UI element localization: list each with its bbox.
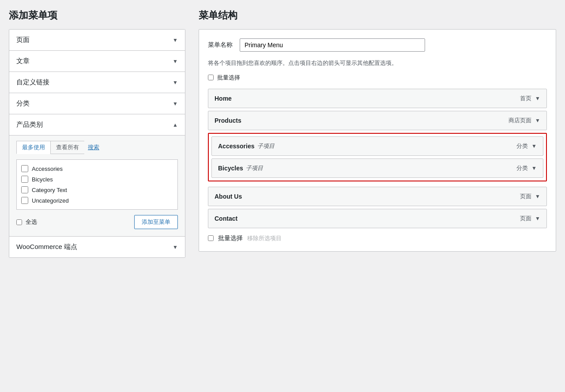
accordion-header-articles[interactable]: 文章 ▼ xyxy=(9,51,185,72)
chevron-down-icon-bicycles[interactable]: ▼ xyxy=(531,165,537,171)
bulk-select-label-top: 批量选择 xyxy=(217,74,240,82)
menu-item-home[interactable]: Home 首页 ▼ xyxy=(208,89,547,108)
tab-view-all[interactable]: 查看所有 xyxy=(50,141,84,154)
menu-items-list: Home 首页 ▼ Products 商店页面 ▼ xyxy=(208,89,547,228)
chevron-down-icon-articles: ▼ xyxy=(173,58,178,64)
right-panel: 菜单结构 菜单名称 将各个项目拖到您喜欢的顺序。点击项目右边的箭头可显示其他配置… xyxy=(199,9,556,258)
accordion-header-woocommerce[interactable]: WooCommerce 端点 ▼ xyxy=(9,237,185,257)
menu-item-bicycles-right: 分类 ▼ xyxy=(516,164,537,172)
checkbox-category-text[interactable] xyxy=(21,186,28,193)
menu-item-contact-left: Contact xyxy=(215,215,237,222)
tab-most-used[interactable]: 最多使用 xyxy=(16,141,50,154)
accordion-item-categories: 分类 ▼ xyxy=(9,93,185,114)
menu-item-home-meta: 首页 xyxy=(520,94,531,102)
accordion-label-product-categories: 产品类别 xyxy=(16,121,43,129)
select-all-text: 全选 xyxy=(26,218,37,226)
menu-item-products-left: Products xyxy=(215,117,241,124)
checkbox-item-bicycles[interactable]: Bicycles xyxy=(20,174,174,185)
accordion-header-custom-links[interactable]: 自定义链接 ▼ xyxy=(9,72,185,93)
menu-name-input[interactable] xyxy=(240,38,425,52)
accordion-content-product-categories: 最多使用 查看所有 搜索 Accessories Bicycles xyxy=(9,135,185,236)
menu-item-accessories-tag: 子项目 xyxy=(257,142,275,150)
accordion-label-articles: 文章 xyxy=(16,57,30,65)
menu-item-bicycles-name: Bicycles xyxy=(218,165,243,172)
checkbox-item-uncategorized[interactable]: Uncategorized xyxy=(20,195,174,206)
menu-item-bicycles-tag: 子项目 xyxy=(246,164,263,172)
chevron-down-icon-accessories[interactable]: ▼ xyxy=(531,143,537,149)
menu-item-accessories[interactable]: Accessories 子项目 分类 ▼ xyxy=(211,136,543,156)
accordion-item-articles: 文章 ▼ xyxy=(9,51,185,72)
menu-item-accessories-name: Accessories xyxy=(218,143,255,150)
instructions-text: 将各个项目拖到您喜欢的顺序。点击项目右边的箭头可显示其他配置选项。 xyxy=(208,59,547,68)
menu-item-contact-name: Contact xyxy=(215,215,237,222)
menu-item-products-meta: 商店页面 xyxy=(508,117,531,124)
accordion-label-pages: 页面 xyxy=(16,36,30,44)
select-all-checkbox[interactable] xyxy=(16,219,22,225)
chevron-down-icon-woocommerce: ▼ xyxy=(173,244,178,250)
checkbox-bicycles[interactable] xyxy=(21,176,28,183)
menu-name-row: 菜单名称 xyxy=(208,38,547,52)
checkbox-accessories[interactable] xyxy=(21,165,28,172)
menu-item-about-us[interactable]: About Us 页面 ▼ xyxy=(208,187,547,206)
menu-name-label: 菜单名称 xyxy=(208,41,233,49)
checkbox-label-accessories: Accessories xyxy=(32,166,63,172)
bulk-select-checkbox-top[interactable] xyxy=(208,75,214,80)
checkbox-label-uncategorized: Uncategorized xyxy=(32,197,69,204)
bulk-select-label-bottom: 批量选择 xyxy=(218,234,243,242)
menu-item-bicycles[interactable]: Bicycles 子项目 分类 ▼ xyxy=(211,158,543,178)
menu-structure-box: 菜单名称 将各个项目拖到您喜欢的顺序。点击项目右边的箭头可显示其他配置选项。 批… xyxy=(199,29,556,252)
chevron-down-icon-home[interactable]: ▼ xyxy=(535,95,540,102)
accordion-header-product-categories[interactable]: 产品类别 ▲ xyxy=(9,114,185,135)
right-panel-title: 菜单结构 xyxy=(199,9,556,22)
menu-item-home-name: Home xyxy=(215,95,232,102)
main-container: 添加菜单项 页面 ▼ 文章 ▼ 自定义链接 ▼ xyxy=(9,9,556,258)
accordion-item-product-categories: 产品类别 ▲ 最多使用 查看所有 搜索 Accessories xyxy=(9,114,185,237)
chevron-up-icon-product-categories: ▲ xyxy=(173,122,178,128)
menu-item-about-us-name: About Us xyxy=(215,193,242,200)
checkbox-item-category-text[interactable]: Category Text xyxy=(20,185,174,195)
left-panel-title: 添加菜单项 xyxy=(9,9,185,22)
menu-item-home-left: Home xyxy=(215,95,232,102)
menu-item-contact[interactable]: Contact 页面 ▼ xyxy=(208,209,547,228)
accordion-item-pages: 页面 ▼ xyxy=(9,30,185,51)
bottom-bulk-row: 批量选择 移除所选项目 xyxy=(208,234,547,242)
menu-item-accessories-right: 分类 ▼ xyxy=(516,142,537,150)
menu-item-products-right: 商店页面 ▼ xyxy=(508,117,540,124)
tab-bar: 最多使用 查看所有 搜索 xyxy=(16,136,178,154)
select-all-label[interactable]: 全选 xyxy=(16,218,37,226)
tab-search[interactable]: 搜索 xyxy=(84,141,103,154)
left-panel: 添加菜单项 页面 ▼ 文章 ▼ 自定义链接 ▼ xyxy=(9,9,185,258)
chevron-down-icon-about-us[interactable]: ▼ xyxy=(535,193,540,200)
checkbox-label-bicycles: Bicycles xyxy=(32,176,53,183)
menu-item-about-us-meta: 页面 xyxy=(520,192,531,200)
checkbox-list: Accessories Bicycles Category Text xyxy=(16,159,178,210)
checkbox-item-accessories[interactable]: Accessories xyxy=(20,163,174,174)
chevron-down-icon-contact[interactable]: ▼ xyxy=(535,215,540,222)
menu-item-products-name: Products xyxy=(215,117,241,124)
chevron-down-icon-custom-links: ▼ xyxy=(173,79,178,86)
checkbox-uncategorized[interactable] xyxy=(21,197,28,204)
menu-item-home-right: 首页 ▼ xyxy=(520,94,540,102)
remove-selected-button[interactable]: 移除所选项目 xyxy=(247,234,282,242)
bulk-select-checkbox-bottom[interactable] xyxy=(208,235,214,241)
chevron-down-icon-products[interactable]: ▼ xyxy=(535,117,540,124)
bulk-select-top: 批量选择 xyxy=(208,74,547,82)
accordion-item-custom-links: 自定义链接 ▼ xyxy=(9,72,185,93)
add-to-menu-button[interactable]: 添加至菜单 xyxy=(134,215,178,229)
menu-item-about-us-right: 页面 ▼ xyxy=(520,192,540,200)
accordion-label-categories: 分类 xyxy=(16,99,30,108)
accordion-header-pages[interactable]: 页面 ▼ xyxy=(9,30,185,50)
accordion-label-woocommerce: WooCommerce 端点 xyxy=(16,243,77,251)
menu-item-bicycles-left: Bicycles 子项目 xyxy=(218,164,263,172)
accordion-box: 页面 ▼ 文章 ▼ 自定义链接 ▼ 分类 xyxy=(9,29,185,258)
accordion-header-categories[interactable]: 分类 ▼ xyxy=(9,93,185,114)
menu-item-accessories-meta: 分类 xyxy=(516,142,528,150)
menu-item-accessories-left: Accessories 子项目 xyxy=(218,142,275,150)
menu-item-about-us-left: About Us xyxy=(215,193,242,200)
menu-item-bicycles-meta: 分类 xyxy=(516,164,528,172)
checkbox-label-category-text: Category Text xyxy=(32,187,67,193)
sub-items-container: Accessories 子项目 分类 ▼ Bicycles 子项目 xyxy=(208,133,547,181)
product-categories-bottom-bar: 全选 添加至菜单 xyxy=(16,215,178,229)
chevron-down-icon-pages: ▼ xyxy=(173,37,178,43)
menu-item-products[interactable]: Products 商店页面 ▼ xyxy=(208,111,547,130)
